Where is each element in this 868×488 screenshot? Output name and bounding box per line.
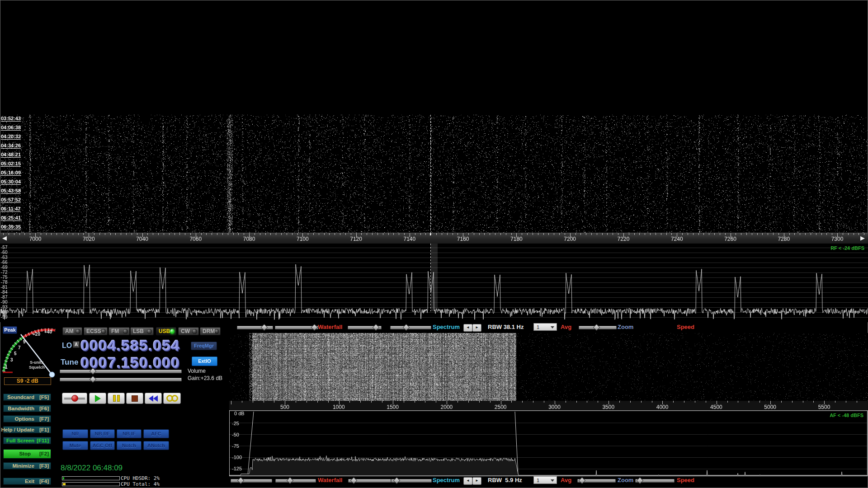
mode-button-drm[interactable]: DRM xyxy=(200,327,221,335)
bottom-af-waterfall-brightness-slider-handle[interactable] xyxy=(237,477,245,484)
pause-button[interactable] xyxy=(108,393,125,404)
sidebar-item-soundcard[interactable]: Soundcard[F5] xyxy=(3,394,51,401)
af-frequency-tick-label: 4500 xyxy=(710,404,722,410)
lo-frequency-display[interactable]: 0004.585.054 xyxy=(80,338,180,352)
band-badge[interactable]: A xyxy=(73,341,80,348)
top-avg-label: Avg xyxy=(561,324,571,330)
af-frequency-tick-label: 1500 xyxy=(387,404,399,410)
top-rbw-increase-button[interactable]: ► xyxy=(472,324,481,332)
tune-frequency-display[interactable]: 0007.150.000 xyxy=(80,355,180,370)
s-meter-tick-label: 9 xyxy=(23,339,26,344)
s-meter-readout: S9 -2 dB xyxy=(4,377,51,385)
bottom-rbw-increase-button[interactable]: ► xyxy=(472,477,481,485)
af-waterfall-display[interactable] xyxy=(229,333,868,401)
top-spectrum-brightness-slider-handle[interactable] xyxy=(373,324,380,331)
bottom-af-waterfall-brightness-slider[interactable] xyxy=(231,479,272,483)
s-meter-tick-label: 7 xyxy=(18,345,21,350)
record-button[interactable] xyxy=(62,393,87,404)
top-spectrum-contrast-slider-handle[interactable] xyxy=(403,324,410,331)
bottom-rbw-decrease-button[interactable]: ◄ xyxy=(463,477,472,485)
bottom-af-waterfall-contrast-slider[interactable] xyxy=(275,479,316,483)
bottom-avg-count-select[interactable]: 1 xyxy=(533,476,557,484)
bottom-af-speed-slider[interactable] xyxy=(635,479,675,483)
af-spectrum-panel[interactable]: 0 dB-25-50-75-100-125 AF < -48 dBFS xyxy=(229,410,868,476)
bottom-af-zoom-slider-handle[interactable] xyxy=(579,477,586,484)
scale-left-arrow-icon[interactable]: ◀ xyxy=(1,235,8,242)
bottom-af-spectrum-brightness-slider-handle[interactable] xyxy=(350,477,358,484)
gain-slider-handle[interactable] xyxy=(90,376,97,383)
bottom-af-spectrum-contrast-slider-handle[interactable] xyxy=(393,477,401,484)
rf-frequency-tick-label: 7040 xyxy=(136,236,148,242)
rf-db-tick-label: -72 xyxy=(1,270,7,275)
scale-right-arrow-icon[interactable]: ▶ xyxy=(859,235,866,242)
hdsdr-window: 03:52:4304:06:3804:20:3204:34:2604:48:21… xyxy=(0,0,868,488)
mode-button-label: DRM xyxy=(203,328,215,334)
rf-db-tick-label: -81 xyxy=(1,285,7,290)
af-spectrum-display[interactable] xyxy=(230,411,867,476)
bottom-af-spectrum-contrast-slider[interactable] xyxy=(391,479,432,483)
top-spectrum-brightness-slider[interactable] xyxy=(348,326,382,329)
dsp-button-nb-rf[interactable]: NB RF xyxy=(90,429,115,438)
mode-button-ecss[interactable]: ECSS xyxy=(84,327,108,335)
top-rbw-label: RBW 38.1 Hz xyxy=(488,324,524,330)
gain-slider[interactable] xyxy=(60,378,182,381)
dsp-button-notch[interactable]: Notch xyxy=(117,441,142,450)
rf-overload-label: RF < -24 dBFS xyxy=(830,245,864,251)
dsp-button-afc[interactable]: AFC xyxy=(143,429,169,438)
sidebar-item-stop[interactable]: Stop[F2] xyxy=(3,449,51,459)
top-zoom-slider-handle[interactable] xyxy=(593,324,600,331)
waterfall-timestamp: 06:25:41 xyxy=(1,215,21,221)
sidebar-item-label: Minimize xyxy=(12,463,34,469)
dsp-button-agc-off[interactable]: AGC Off xyxy=(90,441,115,450)
rf-frequency-scale[interactable]: ◀ ▶ 700070207040706070807100712071407160… xyxy=(0,233,868,244)
sidebar-item-minimize[interactable]: Minimize[F3] xyxy=(3,462,51,469)
left-arrow-icon: ◄ xyxy=(466,479,470,483)
extio-button[interactable]: ExtIO xyxy=(192,357,217,366)
bottom-af-waterfall-contrast-slider-handle[interactable] xyxy=(287,477,294,484)
mode-button-lsb[interactable]: LSB xyxy=(130,327,154,335)
rf-waterfall-display[interactable] xyxy=(0,115,868,233)
sidebar-item-options[interactable]: Options[F7] xyxy=(3,415,51,422)
waterfall-timestamp: 05:30:04 xyxy=(1,179,21,184)
top-rbw-decrease-button[interactable]: ◄ xyxy=(463,324,472,332)
dsp-button-nr[interactable]: NR xyxy=(62,429,88,438)
sidebar-item-exit[interactable]: Exit[F4] xyxy=(3,478,51,485)
rewind-button[interactable] xyxy=(145,393,162,404)
mode-button-cw[interactable]: CW xyxy=(178,327,199,335)
af-frequency-scale[interactable]: 5001000150020002500300035004000450050005… xyxy=(229,401,868,410)
volume-slider[interactable] xyxy=(60,370,182,373)
right-arrow-icon: ► xyxy=(475,479,479,483)
af-db-tick-label: -50 xyxy=(232,432,239,437)
mode-button-fm[interactable]: FM xyxy=(108,327,130,335)
rf-spectrum-display[interactable] xyxy=(0,244,868,322)
top-zoom-slider[interactable] xyxy=(579,326,617,329)
dsp-button-mute[interactable]: Mute xyxy=(62,441,88,450)
mode-button-usb[interactable]: USB xyxy=(156,327,176,335)
bottom-af-spectrum-brightness-slider[interactable] xyxy=(348,479,391,483)
led-off-icon xyxy=(123,329,128,334)
top-spectrum-contrast-slider[interactable] xyxy=(390,326,431,329)
dsp-button-nb-if[interactable]: NB IF xyxy=(117,429,142,438)
top-spectrum-label: Spectrum xyxy=(433,324,460,330)
play-button[interactable] xyxy=(89,393,106,404)
stop-button[interactable] xyxy=(126,393,143,404)
cpu-hdsdr-meter-bar xyxy=(63,477,64,479)
top-waterfall-brightness-slider-handle[interactable] xyxy=(261,324,268,331)
af-frequency-tick-label: 2500 xyxy=(495,404,507,410)
sidebar-item-bandwidth[interactable]: Bandwidth[F6] xyxy=(3,405,51,412)
loop-button[interactable] xyxy=(163,393,181,404)
chevron-down-icon xyxy=(551,479,554,482)
mode-button-am[interactable]: AM xyxy=(62,327,82,335)
top-waterfall-brightness-slider[interactable] xyxy=(237,326,273,329)
top-waterfall-contrast-slider[interactable] xyxy=(275,326,318,329)
bottom-af-speed-slider-handle[interactable] xyxy=(637,477,644,484)
sidebar-item-full-screen[interactable]: Full Screen[F11] xyxy=(3,437,51,444)
sidebar-item-help-update[interactable]: Help / Update[F1] xyxy=(3,426,51,433)
bottom-af-zoom-slider[interactable] xyxy=(577,479,616,483)
freqmgr-button[interactable]: FreqMgr xyxy=(191,342,217,350)
sidebar-item-label: Stop xyxy=(19,451,31,456)
top-avg-count-select[interactable]: 1 xyxy=(533,323,557,331)
dsp-button-anotch[interactable]: ANotch xyxy=(143,441,169,450)
tune-label: Tune xyxy=(61,358,78,367)
top-waterfall-contrast-slider-handle[interactable] xyxy=(311,324,318,331)
